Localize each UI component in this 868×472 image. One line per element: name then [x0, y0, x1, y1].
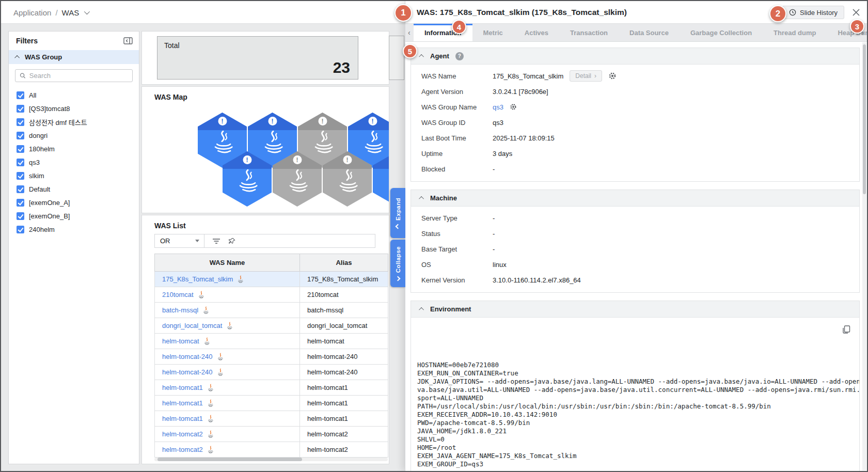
- was-group-name-label: WAS Group Name: [421, 103, 493, 111]
- search-input[interactable]: [29, 72, 128, 80]
- was-hexagon[interactable]: !: [373, 151, 389, 207]
- was-hexagon[interactable]: !: [223, 151, 272, 207]
- table-row[interactable]: helm-tomcat1 helm-tomcat1: [155, 411, 388, 427]
- filter-icon[interactable]: [212, 238, 220, 244]
- checkbox-checked-icon[interactable]: [17, 199, 24, 207]
- caret-down-icon: [195, 240, 199, 242]
- checkbox-checked-icon[interactable]: [17, 212, 24, 220]
- table-row[interactable]: helm-tomcat2 helm-tomcat2: [155, 442, 388, 458]
- detail-button[interactable]: Detail›: [570, 70, 602, 82]
- checkbox-checked-icon[interactable]: [17, 105, 24, 113]
- was-group-name-link[interactable]: qs3: [493, 103, 503, 111]
- agent-section-header[interactable]: Agent ?: [411, 48, 859, 65]
- operator-select[interactable]: OR: [155, 234, 204, 247]
- collapse-panel-icon[interactable]: [123, 37, 133, 44]
- was-name-link[interactable]: helm-tomcat1: [162, 399, 203, 407]
- detail-tab[interactable]: Thread dump: [763, 24, 827, 41]
- was-name-link[interactable]: helm-tomcat2: [162, 430, 203, 438]
- table-row[interactable]: helm-tomcat-240 helm-tomcat-240: [155, 365, 388, 380]
- vertical-scrollbar[interactable]: [862, 42, 866, 470]
- table-row[interactable]: helm-tomcat2 helm-tomcat2: [155, 427, 388, 442]
- breadcrumb-was[interactable]: WAS: [62, 8, 80, 17]
- horizontal-scrollbar[interactable]: [154, 458, 388, 461]
- was-name-link[interactable]: helm-tomcat-240: [162, 353, 213, 360]
- annotation-badge-5: 5: [403, 44, 417, 58]
- gear-icon[interactable]: [608, 72, 617, 80]
- checkbox-checked-icon[interactable]: [17, 145, 24, 153]
- was-name-link[interactable]: helm-tomcat2: [162, 446, 203, 453]
- was-name-link[interactable]: 210tomcat: [162, 291, 194, 298]
- tab-scroll-left-icon[interactable]: ‹: [408, 24, 411, 42]
- pin-icon[interactable]: [228, 238, 235, 245]
- checkbox-checked-icon[interactable]: [17, 91, 24, 99]
- checkbox-checked-icon[interactable]: [17, 226, 24, 233]
- table-row[interactable]: 175_K8s_Tomcat_slkim 175_K8s_Tomcat_slki…: [155, 272, 388, 287]
- environment-variables-text[interactable]: HOSTNAME=00eb7e721080 EXEM_RUN_ON_CONTAI…: [411, 318, 859, 471]
- was-hexagon[interactable]: !: [273, 151, 322, 207]
- table-row[interactable]: batch-mssql batch-mssql: [155, 303, 388, 318]
- checkbox-checked-icon[interactable]: [17, 185, 24, 193]
- was-hexagon[interactable]: !: [323, 151, 372, 207]
- was-group-item[interactable]: 240helm: [17, 223, 139, 236]
- total-kpi-box[interactable]: Total 23: [157, 36, 358, 80]
- was-group-item[interactable]: [exemOne_B]: [17, 209, 139, 223]
- checkbox-checked-icon[interactable]: [17, 132, 24, 139]
- was-name-link[interactable]: 175_K8s_Tomcat_slkim: [162, 275, 233, 283]
- table-row[interactable]: helm-tomcat1 helm-tomcat1: [155, 380, 388, 396]
- was-name-link[interactable]: helm-tomcat1: [162, 415, 203, 422]
- column-header-alias[interactable]: Alias: [300, 254, 388, 272]
- was-group-item[interactable]: All: [17, 88, 139, 102]
- collapse-button[interactable]: Collapse: [390, 240, 405, 287]
- detail-tab[interactable]: Actives: [514, 24, 559, 41]
- was-group-item[interactable]: slkim: [17, 169, 139, 182]
- detail-tab[interactable]: Data Source: [619, 24, 680, 41]
- detail-tab[interactable]: Garbage Collection: [680, 24, 763, 41]
- machine-section-header[interactable]: Machine: [411, 190, 859, 207]
- detail-tab[interactable]: Metric: [472, 24, 514, 41]
- checkbox-checked-icon[interactable]: [17, 159, 24, 166]
- table-row[interactable]: helm-tomcat helm-tomcat: [155, 334, 388, 349]
- was-name-link[interactable]: dongri_local_tomcat: [162, 322, 222, 329]
- checkbox-checked-icon[interactable]: [17, 172, 24, 180]
- was-name-link[interactable]: helm-tomcat: [162, 337, 199, 345]
- clock-icon: [789, 9, 796, 16]
- slide-history-button[interactable]: Slide History: [782, 6, 844, 19]
- environment-section-header[interactable]: Environment: [411, 301, 859, 318]
- alert-icon: !: [343, 155, 352, 164]
- gear-icon[interactable]: [510, 103, 517, 111]
- expand-button[interactable]: Expand: [390, 188, 405, 238]
- was-alias: helm-tomcat1: [300, 380, 388, 396]
- table-row[interactable]: dongri_local_tomcat dongri_local_tomcat: [155, 318, 388, 334]
- help-icon[interactable]: ?: [455, 52, 464, 60]
- detail-tab[interactable]: Transaction: [559, 24, 619, 41]
- chevron-down-icon[interactable]: [84, 9, 90, 14]
- was-group-item[interactable]: [QS3]tomcat8: [17, 102, 139, 115]
- was-name-link[interactable]: helm-tomcat1: [162, 384, 203, 391]
- was-group-item[interactable]: 180helm: [17, 142, 139, 155]
- was-name-link[interactable]: batch-mssql: [162, 306, 198, 314]
- group-search[interactable]: [15, 69, 133, 82]
- scrollbar-thumb[interactable]: [863, 44, 866, 194]
- base-target-value: -: [493, 245, 495, 253]
- column-header-was-name[interactable]: WAS Name: [155, 254, 300, 272]
- was-name-link[interactable]: helm-tomcat-240: [162, 368, 213, 376]
- table-row[interactable]: 210tomcat 210tomcat: [155, 287, 388, 303]
- was-group-accordion[interactable]: WAS Group: [9, 50, 139, 64]
- was-group-item[interactable]: 삼성전자 dmf 테스트: [17, 115, 139, 129]
- checkbox-checked-icon[interactable]: [17, 118, 24, 126]
- table-row[interactable]: helm-tomcat-240 helm-tomcat-240: [155, 349, 388, 365]
- table-row[interactable]: helm-tomcat1 helm-tomcat1: [155, 396, 388, 411]
- java-icon: [236, 275, 244, 284]
- scrollbar-thumb[interactable]: [157, 458, 302, 461]
- was-group-item[interactable]: qs3: [17, 155, 139, 169]
- close-icon[interactable]: [851, 8, 861, 17]
- was-group-item[interactable]: Default: [17, 182, 139, 196]
- java-icon: [207, 415, 214, 423]
- java-icon: [216, 368, 224, 376]
- was-group-item[interactable]: [exemOne_A]: [17, 196, 139, 209]
- expand-label: Expand: [395, 198, 401, 221]
- was-group-item[interactable]: dongri: [17, 129, 139, 142]
- breadcrumb-application[interactable]: Application: [13, 8, 51, 17]
- copy-icon[interactable]: [842, 325, 851, 334]
- operator-value: OR: [160, 237, 170, 245]
